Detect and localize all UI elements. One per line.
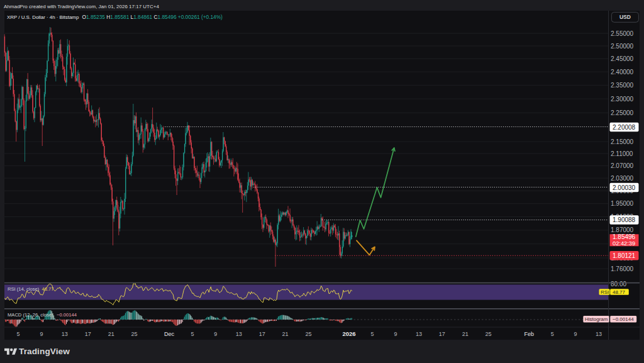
svg-text:2.00030: 2.00030: [613, 184, 636, 191]
svg-text:1.90088: 1.90088: [613, 216, 636, 223]
svg-text:2.45000: 2.45000: [611, 55, 634, 62]
svg-text:2.15000: 2.15000: [611, 138, 634, 145]
svg-text:02:42:39: 02:42:39: [613, 240, 635, 247]
svg-text:O1.85235 H1.85581 L1.84861 C1.: O1.85235 H1.85581 L1.84861 C1.85496 +0.0…: [82, 14, 223, 20]
svg-text:RSI: RSI: [601, 289, 609, 295]
svg-text:48.77: 48.77: [613, 289, 626, 295]
svg-text:2.03000: 2.03000: [611, 175, 634, 182]
svg-text:MACD (12, 26, close)−0.00144: MACD (12, 26, close)−0.00144: [8, 312, 77, 318]
svg-text:9: 9: [574, 331, 577, 337]
svg-text:5: 5: [551, 331, 554, 337]
svg-text:2.35000: 2.35000: [611, 82, 634, 89]
svg-text:9: 9: [214, 331, 217, 337]
svg-text:5: 5: [191, 331, 194, 337]
svg-text:1.95000: 1.95000: [611, 200, 634, 207]
svg-text:2026: 2026: [343, 330, 356, 337]
svg-text:TradingView: TradingView: [19, 347, 70, 356]
svg-text:13: 13: [416, 331, 422, 337]
svg-text:25: 25: [131, 331, 138, 337]
svg-text:AhmadPro created with TradingV: AhmadPro created with TradingView.com, J…: [4, 4, 159, 9]
svg-text:13: 13: [62, 331, 68, 337]
svg-text:13: 13: [236, 331, 242, 337]
svg-text:9: 9: [40, 331, 43, 337]
svg-text:2.07000: 2.07000: [611, 162, 634, 169]
svg-text:2.25000: 2.25000: [611, 109, 634, 116]
svg-text:2.11000: 2.11000: [611, 150, 633, 157]
svg-text:25: 25: [305, 331, 311, 337]
svg-text:USD: USD: [619, 14, 631, 20]
svg-text:80.00: 80.00: [611, 281, 626, 288]
svg-text:5: 5: [370, 331, 374, 337]
svg-text:1.76000: 1.76000: [611, 265, 634, 272]
svg-text:17: 17: [85, 331, 91, 337]
svg-text:1.87000: 1.87000: [611, 226, 634, 233]
svg-text:Feb: Feb: [524, 331, 534, 337]
svg-text:Dec: Dec: [164, 331, 175, 337]
svg-text:17: 17: [259, 331, 265, 337]
svg-text:21: 21: [108, 331, 114, 337]
svg-text:2.30000: 2.30000: [611, 96, 634, 103]
svg-text:9: 9: [394, 331, 397, 337]
svg-text:XRP / U.S. Dollar · 4h · Bitst: XRP / U.S. Dollar · 4h · Bitstamp: [7, 14, 79, 20]
svg-text:13: 13: [596, 331, 602, 337]
svg-text:−0.00144: −0.00144: [613, 316, 634, 322]
svg-text:1.80121: 1.80121: [613, 252, 636, 259]
svg-text:2.50000: 2.50000: [611, 43, 634, 50]
svg-text:RSI (14, close)48.77: RSI (14, close)48.77: [8, 286, 54, 292]
svg-text:2.55000: 2.55000: [611, 30, 634, 37]
svg-text:21: 21: [462, 331, 469, 337]
svg-text:17: 17: [439, 331, 445, 337]
svg-text:2.20008: 2.20008: [613, 124, 636, 131]
svg-text:21: 21: [282, 331, 289, 337]
svg-text:2.40000: 2.40000: [611, 69, 634, 75]
svg-text:25: 25: [486, 331, 492, 337]
svg-text:5: 5: [16, 331, 19, 337]
svg-text:Histogram: Histogram: [585, 316, 608, 322]
